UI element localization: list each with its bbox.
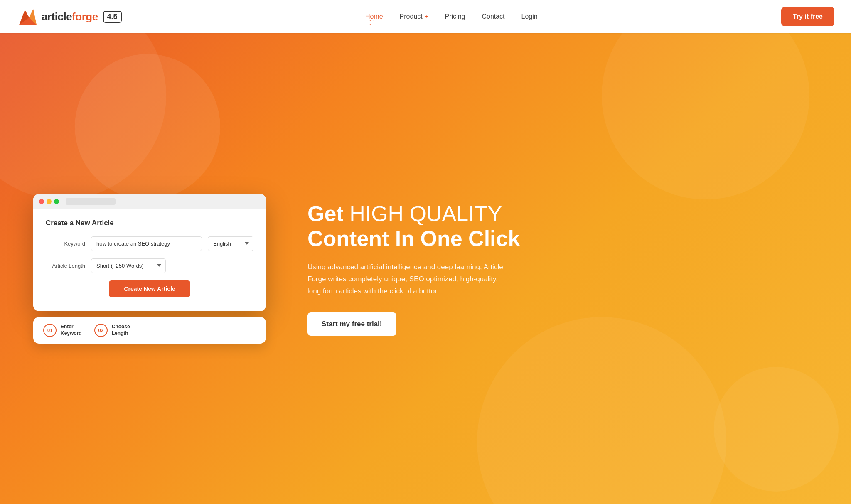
nav-item-contact[interactable]: Contact <box>482 13 504 20</box>
nav-item-pricing[interactable]: Pricing <box>445 13 465 20</box>
logo-text: articleforge <box>42 10 98 23</box>
nav-menu: Home Product + Pricing Contact Login <box>365 13 538 20</box>
step-2: 02 ChooseLength <box>94 324 130 337</box>
keyword-label: Keyword <box>46 241 85 247</box>
traffic-light-yellow <box>47 199 52 204</box>
logo: articleforge 4.5 <box>17 6 122 27</box>
step-1-number: 01 <box>43 324 57 337</box>
logo-version: 4.5 <box>103 11 122 23</box>
step-1-label: EnterKeyword <box>61 324 82 337</box>
hero-heading: Get HIGH QUALITY Content In One Click <box>307 202 818 251</box>
hero-subtext: Using advanced artificial intelligence a… <box>307 261 507 297</box>
article-form-panel: Create a New Article Keyword English Spa… <box>33 209 266 311</box>
nav-item-product[interactable]: Product + <box>400 13 428 20</box>
navbar: articleforge 4.5 Home Product + Pricing … <box>0 0 851 33</box>
article-length-select[interactable]: Short (~250 Words) Medium (~500 Words) L… <box>91 258 166 273</box>
logo-icon <box>17 6 38 27</box>
step-2-label: ChooseLength <box>112 324 130 337</box>
hero-right-panel: Get HIGH QUALITY Content In One Click Us… <box>266 202 818 335</box>
start-free-trial-button[interactable]: Start my free trial! <box>307 312 396 336</box>
form-actions: Create New Article <box>46 280 253 297</box>
create-article-button[interactable]: Create New Article <box>109 280 190 297</box>
hero-section: Create a New Article Keyword English Spa… <box>0 33 851 504</box>
browser-mockup: Create a New Article Keyword English Spa… <box>33 194 266 311</box>
browser-url-bar <box>66 198 116 205</box>
keyword-row: Keyword English Spanish French German <box>46 236 253 251</box>
language-select[interactable]: English Spanish French German <box>208 236 253 251</box>
bg-decoration-1 <box>75 54 220 199</box>
keyword-input[interactable] <box>91 236 202 251</box>
article-length-label: Article Length <box>46 263 85 269</box>
hero-left-panel: Create a New Article Keyword English Spa… <box>33 194 266 344</box>
form-title: Create a New Article <box>46 219 253 227</box>
steps-bar: 01 EnterKeyword 02 ChooseLength <box>33 317 266 344</box>
nav-item-home[interactable]: Home <box>365 13 383 20</box>
traffic-light-red <box>39 199 44 204</box>
browser-titlebar <box>33 194 266 209</box>
nav-item-login[interactable]: Login <box>521 13 538 20</box>
article-length-row: Article Length Short (~250 Words) Medium… <box>46 258 253 273</box>
traffic-light-green <box>54 199 59 204</box>
bg-decoration-2 <box>602 33 809 199</box>
try-it-free-button[interactable]: Try it free <box>781 7 834 26</box>
hero-heading-normal: HIGH QUALITY <box>349 202 502 226</box>
step-2-number: 02 <box>94 324 108 337</box>
step-1: 01 EnterKeyword <box>43 324 82 337</box>
hero-heading-bold: Content In One Click <box>307 226 520 251</box>
bg-decoration-3 <box>714 367 839 492</box>
